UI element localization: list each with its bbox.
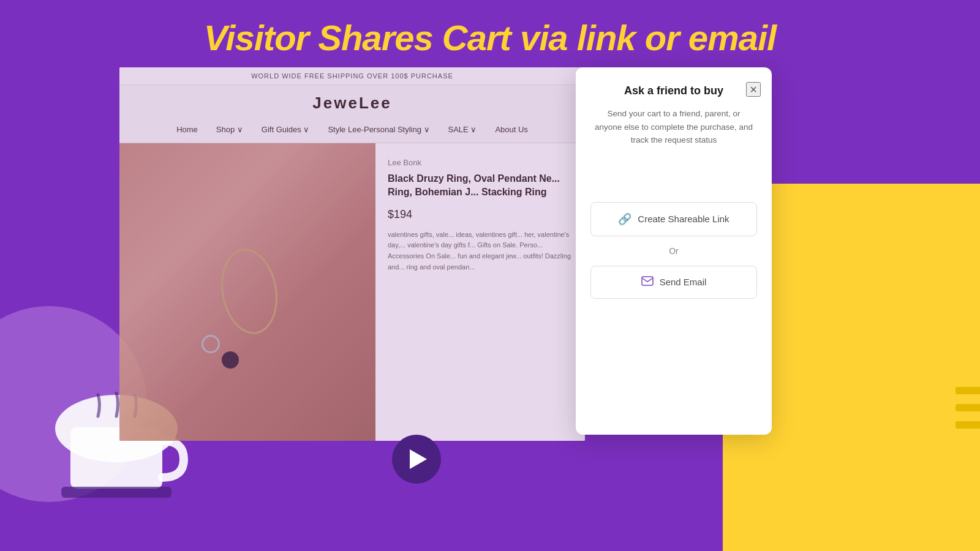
play-button-decoration (392, 435, 441, 484)
modal-body: 🔗 Create Shareable Link Or Send Email (576, 202, 772, 313)
product-description: valentines gifts, vale... ideas, valenti… (388, 230, 573, 272)
modal-header: Ask a friend to buy × (576, 67, 772, 107)
shop-top-bar: WORLD WIDE FREE SHIPPING OVER 100$ PURCH… (119, 67, 585, 85)
modal-subtitle: Send your cart to a friend, parent, or a… (576, 107, 772, 165)
jewelry-hand-image (119, 143, 375, 441)
play-triangle-icon (410, 449, 427, 469)
product-name: Black Druzy Ring, Oval Pendant Ne... Rin… (388, 172, 573, 200)
create-shareable-link-button[interactable]: 🔗 Create Shareable Link (590, 202, 757, 236)
product-image (119, 143, 375, 441)
modal-title: Ask a friend to buy (624, 84, 723, 97)
oval-ring-decoration (215, 244, 284, 339)
ask-friend-modal: Ask a friend to buy × Send your cart to … (576, 67, 772, 435)
svg-rect-3 (642, 277, 653, 285)
small-ring-decoration (202, 335, 220, 353)
nav-style-lee[interactable]: Style Lee-Personal Styling ∨ (328, 125, 429, 134)
shop-content: Lee Bonk Black Druzy Ring, Oval Pendant … (119, 143, 585, 441)
product-brand: Lee Bonk (388, 158, 573, 167)
modal-spacer (576, 165, 772, 202)
modal-close-button[interactable]: × (746, 82, 761, 97)
product-price: $194 (388, 208, 573, 221)
nav-about[interactable]: About Us (495, 125, 527, 134)
shop-nav: Home Shop ∨ Gift Guides ∨ Style Lee-Pers… (119, 119, 585, 143)
nav-gift-guides[interactable]: Gift Guides ∨ (262, 125, 310, 134)
nav-shop[interactable]: Shop ∨ (216, 125, 243, 134)
bg-notches-decoration (956, 387, 980, 429)
send-email-button[interactable]: Send Email (590, 266, 757, 299)
svg-rect-2 (61, 487, 172, 498)
divider-or: Or (590, 246, 757, 256)
send-email-label: Send Email (660, 277, 707, 287)
create-link-label: Create Shareable Link (638, 214, 729, 224)
nav-sale[interactable]: SALE ∨ (448, 125, 477, 134)
product-details: Lee Bonk Black Druzy Ring, Oval Pendant … (375, 143, 585, 441)
shop-logo: JeweLee (119, 85, 585, 119)
email-icon (641, 276, 654, 288)
nav-home[interactable]: Home (176, 125, 198, 134)
page-title: Visitor Shares Cart via link or email (0, 17, 980, 58)
link-icon: 🔗 (618, 212, 631, 226)
shop-screenshot: WORLD WIDE FREE SHIPPING OVER 100$ PURCH… (119, 67, 585, 441)
dark-stone-decoration (222, 351, 239, 369)
